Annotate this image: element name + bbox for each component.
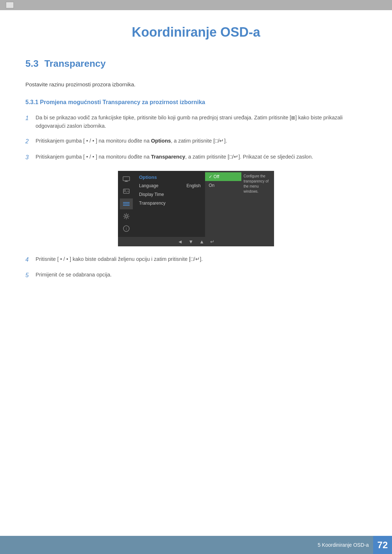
section-description: Postavite razinu prozirnosti prozora izb… bbox=[25, 80, 367, 89]
svg-rect-7 bbox=[123, 205, 130, 206]
section-heading: 5.3 Transparency bbox=[25, 58, 367, 69]
step-3: 3 Pritiskanjem gumba [ • / • ] na monito… bbox=[25, 153, 367, 162]
step-4: 4 Pritisnite [ • / • ] kako biste odabra… bbox=[25, 255, 367, 264]
osd-submenu: ✓ Off On bbox=[205, 171, 241, 237]
osd-icon-monitor bbox=[120, 174, 133, 185]
osd-sidebar: i bbox=[118, 171, 135, 237]
step-4-number: 4 bbox=[25, 255, 36, 264]
subsection-title: Promjena mogućnosti Transparency za proz… bbox=[40, 99, 205, 105]
main-content: Koordiniranje OSD-a 5.3 Transparency Pos… bbox=[0, 10, 392, 316]
footer: 5 Koordiniranje OSD-a 72 bbox=[0, 536, 392, 554]
step-5-number: 5 bbox=[25, 271, 36, 280]
steps-list-2: 4 Pritisnite [ • / • ] kako biste odabra… bbox=[25, 255, 367, 280]
osd-menu-transparency: Transparency bbox=[135, 199, 205, 208]
top-bar bbox=[0, 0, 392, 10]
svg-point-8 bbox=[125, 215, 127, 217]
step-2-text: Pritiskanjem gumba [ • / • ] na monitoru… bbox=[36, 137, 367, 145]
osd-menu-language: Language English bbox=[135, 181, 205, 190]
osd-menu-language-label: Language bbox=[139, 183, 158, 188]
monitor-screenshot: i Options Language English Display Time … bbox=[118, 171, 274, 246]
step-2: 2 Pritiskanjem gumba [ • / • ] na monito… bbox=[25, 137, 367, 146]
grid-icon: ⊞ bbox=[291, 114, 295, 122]
osd-menu-transparency-label: Transparency bbox=[139, 201, 166, 206]
svg-rect-2 bbox=[124, 181, 128, 182]
osd-nav-up-icon: ▲ bbox=[199, 239, 204, 245]
osd-nav-left-icon: ◄ bbox=[177, 239, 183, 245]
svg-text:i: i bbox=[126, 227, 127, 231]
osd-bottom: ◄ ▼ ▲ ↵ bbox=[118, 237, 274, 246]
footer-text: 5 Koordiniranje OSD-a bbox=[318, 542, 373, 548]
step-1: 1 Da bi se prikazao vodič za funkcijske … bbox=[25, 114, 367, 130]
page-title: Koordiniranje OSD-a bbox=[25, 25, 367, 40]
step-5-text: Primijenit će se odabrana opcija. bbox=[36, 271, 367, 279]
step-5: 5 Primijenit će se odabrana opcija. bbox=[25, 271, 367, 280]
svg-rect-0 bbox=[123, 177, 130, 181]
footer-page-number: 72 bbox=[373, 536, 392, 554]
osd-icon-picture bbox=[120, 186, 133, 197]
svg-rect-5 bbox=[123, 202, 130, 203]
osd-container: i Options Language English Display Time … bbox=[118, 171, 274, 237]
svg-rect-6 bbox=[123, 204, 130, 204]
section-title: Transparency bbox=[44, 58, 106, 69]
osd-menu: Options Language English Display Time Tr… bbox=[135, 171, 205, 237]
subsection-heading: 5.3.1 Promjena mogućnosti Transparency z… bbox=[25, 99, 367, 106]
step-4-text: Pritisnite [ • / • ] kako biste odabrali… bbox=[36, 255, 367, 263]
osd-submenu-on: On bbox=[205, 181, 241, 190]
top-bar-square bbox=[6, 2, 14, 8]
subsection-number: 5.3.1 bbox=[25, 99, 38, 105]
osd-menu-title: Options bbox=[135, 173, 205, 181]
osd-help: Configure the transparency of the menu w… bbox=[241, 171, 274, 237]
step-3-text: Pritiskanjem gumba [ • / • ] na monitoru… bbox=[36, 153, 367, 161]
steps-list: 1 Da bi se prikazao vodič za funkcijske … bbox=[25, 114, 367, 162]
svg-rect-1 bbox=[125, 181, 127, 181]
step-1-text: Da bi se prikazao vodič za funkcijske ti… bbox=[36, 114, 367, 130]
osd-nav-down-icon: ▼ bbox=[188, 239, 193, 245]
osd-icon-options bbox=[120, 198, 133, 209]
step-3-number: 3 bbox=[25, 153, 36, 162]
osd-menu-language-value: English bbox=[187, 183, 201, 188]
osd-menu-displaytime: Display Time bbox=[135, 190, 205, 199]
step-2-number: 2 bbox=[25, 137, 36, 146]
osd-menu-displaytime-label: Display Time bbox=[139, 192, 164, 197]
section-number: 5.3 bbox=[25, 58, 38, 69]
osd-submenu-off: ✓ Off bbox=[205, 172, 241, 181]
osd-nav-enter-icon: ↵ bbox=[210, 239, 215, 245]
osd-icon-settings bbox=[120, 211, 133, 222]
osd-icon-info: i bbox=[120, 223, 133, 234]
step-1-number: 1 bbox=[25, 114, 36, 123]
